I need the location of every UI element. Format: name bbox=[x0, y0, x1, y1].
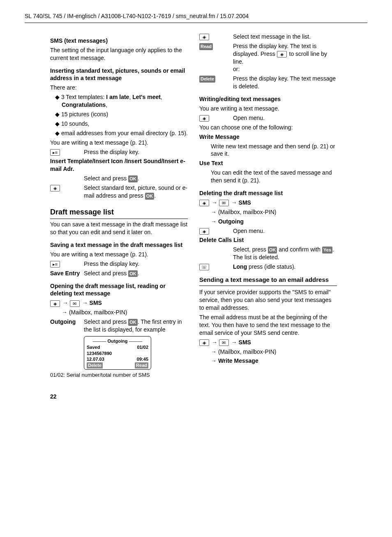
heading-inserting: Inserting standard text, pictures, sound… bbox=[50, 67, 188, 83]
delete-calls-list-label: Delete Calls List bbox=[199, 236, 337, 244]
envelope-icon: ✉ bbox=[219, 200, 229, 206]
heading-opening: Opening the draft message list, reading … bbox=[50, 282, 188, 298]
heading-email: Sending a text message to an email addre… bbox=[199, 276, 337, 284]
doc-header: SL 740/SL 745 / IM-englisch / A31008-L74… bbox=[25, 12, 367, 23]
phone-display-mock: Outgoing Saved01/02 1234567890 12.07.030… bbox=[84, 336, 151, 370]
display-caption: 01/02: Serial number/total number of SMS bbox=[50, 371, 188, 379]
outgoing-label: Outgoing bbox=[50, 318, 84, 334]
save-entry-label: Save Entry bbox=[50, 270, 84, 277]
heading-saving: Saving a text message in the draft messa… bbox=[50, 241, 188, 249]
bullet-list: 3 Text templates: I am late, Let's meet,… bbox=[50, 93, 188, 137]
envelope-icon: ✉ bbox=[70, 300, 80, 307]
heading-draft-list: Draft message list bbox=[50, 207, 188, 219]
ok-pill: OK bbox=[128, 319, 138, 326]
menu-key-icon: ▸≡ bbox=[50, 261, 60, 267]
column-left: SMS (text messages) The setting of the i… bbox=[50, 31, 188, 380]
nav-icon: ◈ bbox=[199, 115, 209, 122]
insert-options: Insert Template/Insert Icon /Insert Soun… bbox=[50, 157, 188, 173]
hangup-icon: ☏ bbox=[199, 264, 209, 270]
nav-icon: ◈ bbox=[199, 200, 209, 206]
nav-icon: ◈ bbox=[199, 339, 209, 346]
intro-text: The setting of the input language only a… bbox=[50, 46, 188, 62]
press-display-key: Press the display key. bbox=[84, 148, 188, 156]
section-title: SMS (text messages) bbox=[50, 37, 188, 45]
nav-icon: ◈ bbox=[277, 51, 287, 58]
writing-note: You are writing a text message (p. 21). bbox=[50, 139, 188, 147]
heading-writing: Writing/editing text messages bbox=[199, 95, 337, 103]
nav-icon: ◈ bbox=[50, 185, 60, 191]
nav-icon: ◈ bbox=[199, 34, 209, 40]
ok-pill: OK bbox=[145, 193, 154, 200]
delete-desc: Press the display key. The text message … bbox=[233, 75, 337, 90]
there-are: There are: bbox=[50, 84, 188, 92]
writing-note-2: You are writing a text message (p. 21). bbox=[50, 251, 188, 258]
ok-pill: OK bbox=[128, 270, 138, 277]
nav-icon: ◈ bbox=[50, 300, 60, 307]
nav-icon: ◈ bbox=[199, 228, 209, 235]
heading-deleting-draft: Deleting the draft message list bbox=[199, 189, 337, 197]
page-number: 22 bbox=[50, 393, 367, 401]
ok-pill: OK bbox=[128, 175, 138, 182]
column-right: ◈ Select text message in the list. Read … bbox=[199, 31, 337, 380]
select-msg: Select text message in the list. bbox=[233, 33, 337, 41]
write-message-label: Write Message bbox=[199, 133, 337, 141]
mailbox-step: (Mailbox, mailbox-PIN) bbox=[62, 309, 188, 316]
use-text-label: Use Text bbox=[199, 159, 337, 167]
envelope-icon: ✉ bbox=[219, 339, 229, 346]
delete-pill: Delete bbox=[199, 76, 215, 83]
draft-intro: You can save a text message in the draft… bbox=[50, 221, 188, 236]
menu-key-icon: ▸≡ bbox=[50, 149, 60, 156]
read-pill: Read bbox=[199, 43, 213, 50]
